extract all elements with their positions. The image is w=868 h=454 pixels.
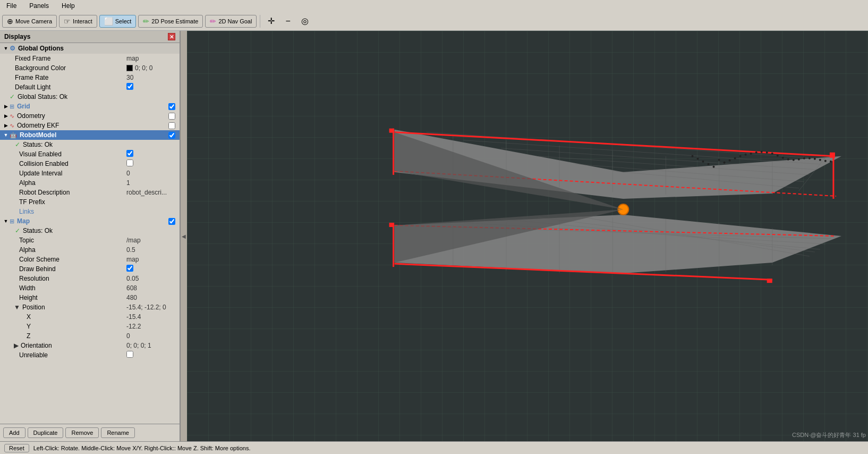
odometry-checkbox[interactable] bbox=[168, 113, 175, 120]
svg-point-48 bbox=[803, 157, 805, 159]
pos-z-value[interactable]: 0 bbox=[126, 332, 180, 340]
robot-status-check-icon: ✓ bbox=[15, 141, 20, 148]
map-alpha-label: Alpha bbox=[0, 246, 126, 254]
fixed-frame-value[interactable]: map bbox=[126, 55, 180, 62]
map-alpha-value[interactable]: 0.5 bbox=[126, 246, 180, 254]
background-color-value[interactable]: 0; 0; 0 bbox=[126, 64, 180, 72]
grid-arrow[interactable] bbox=[2, 103, 10, 110]
map-arrow[interactable] bbox=[2, 217, 10, 225]
panel-content[interactable]: ⚙ Global Options Fixed Frame map Backgro… bbox=[0, 43, 180, 424]
draw-behind-checkbox[interactable] bbox=[126, 265, 133, 272]
reset-button[interactable]: Reset bbox=[4, 444, 29, 452]
odometry-ekf-row[interactable]: ∿ Odometry EKF bbox=[0, 121, 180, 130]
global-options-arrow[interactable] bbox=[2, 45, 10, 52]
nav-goal-button[interactable]: ✏ 2D Nav Goal bbox=[205, 15, 257, 28]
displays-panel: Displays ✕ ⚙ Global Options Fixed Frame … bbox=[0, 31, 181, 441]
topic-value[interactable]: /map bbox=[126, 237, 180, 244]
pos-y-row: Y -12.2 bbox=[0, 322, 180, 331]
update-interval-row: Update Interval 0 bbox=[0, 169, 180, 178]
orientation-arrow[interactable]: ▶ bbox=[0, 342, 19, 349]
position-arrow[interactable]: ▼ bbox=[0, 304, 20, 311]
robot-model-row[interactable]: 🤖 RobotModel bbox=[0, 130, 180, 140]
resolution-row: Resolution 0.05 bbox=[0, 274, 180, 283]
unreliable-row: Unreliable bbox=[0, 350, 180, 360]
odometry-ekf-checkbox[interactable] bbox=[168, 122, 175, 129]
subtract-button[interactable]: − bbox=[281, 15, 294, 28]
global-status-row[interactable]: ✓ Global Status: Ok bbox=[0, 92, 180, 102]
select-button[interactable]: ⬜ Select bbox=[99, 15, 137, 28]
svg-point-34 bbox=[729, 159, 731, 162]
menu-panels[interactable]: Panels bbox=[25, 1, 53, 11]
odometry-ekf-label: Odometry EKF bbox=[16, 121, 168, 130]
robot-model-arrow[interactable] bbox=[2, 131, 10, 139]
statusbar-text: Left-Click: Rotate. Middle-Click: Move X… bbox=[33, 445, 864, 451]
frame-rate-value[interactable]: 30 bbox=[126, 74, 180, 81]
background-color-label: Background Color bbox=[0, 64, 126, 72]
svg-point-36 bbox=[739, 155, 742, 157]
color-scheme-value[interactable]: map bbox=[126, 256, 180, 263]
default-light-checkbox[interactable] bbox=[126, 83, 133, 90]
main-layout: Displays ✕ ⚙ Global Options Fixed Frame … bbox=[0, 31, 868, 441]
grid-row[interactable]: ⊞ Grid bbox=[0, 102, 180, 111]
grid-icon: ⊞ bbox=[10, 103, 14, 110]
global-options-header[interactable]: ⚙ Global Options bbox=[0, 43, 180, 54]
odometry-icon: ∿ bbox=[10, 113, 14, 120]
add-point-button[interactable]: ✛ bbox=[263, 14, 279, 28]
svg-point-41 bbox=[766, 152, 768, 154]
pose-estimate-button[interactable]: ✏ 2D Pose Estimate bbox=[138, 15, 203, 28]
viewport[interactable]: CSDN·@奋斗的好青年 31 fp bbox=[187, 31, 868, 441]
robot-model-checkbox[interactable] bbox=[168, 132, 175, 139]
move-camera-button[interactable]: ⊕ Move Camera bbox=[2, 15, 57, 28]
toolbar-separator bbox=[260, 15, 260, 28]
map-status-row: ✓ Status: Ok bbox=[0, 226, 180, 236]
position-value[interactable]: -15.4; -12.2; 0 bbox=[126, 304, 180, 311]
pos-x-value[interactable]: -15.4 bbox=[126, 313, 180, 321]
panel-close-button[interactable]: ✕ bbox=[168, 33, 175, 40]
collision-enabled-checkbox[interactable] bbox=[126, 159, 133, 166]
svg-point-33 bbox=[724, 162, 726, 164]
nav-icon: ✏ bbox=[210, 17, 216, 26]
grid-checkbox[interactable] bbox=[168, 103, 175, 110]
svg-point-50 bbox=[814, 158, 816, 160]
add-button[interactable]: Add bbox=[3, 427, 25, 438]
width-row: Width 608 bbox=[0, 283, 180, 293]
camera-button[interactable]: ◎ bbox=[297, 14, 313, 28]
default-light-value bbox=[126, 83, 180, 91]
svg-point-51 bbox=[819, 159, 821, 161]
duplicate-button[interactable]: Duplicate bbox=[28, 427, 64, 438]
width-label: Width bbox=[0, 284, 126, 292]
odometry-arrow[interactable] bbox=[2, 112, 10, 120]
menu-help[interactable]: Help bbox=[57, 1, 79, 11]
robot-description-value[interactable]: robot_descri... bbox=[126, 189, 180, 196]
pos-y-label: Y bbox=[0, 323, 126, 330]
visual-enabled-checkbox[interactable] bbox=[126, 150, 133, 157]
remove-button[interactable]: Remove bbox=[65, 427, 99, 438]
odometry-ekf-icon: ∿ bbox=[10, 122, 14, 129]
orientation-value[interactable]: 0; 0; 0; 1 bbox=[126, 342, 180, 349]
resolution-value[interactable]: 0.05 bbox=[126, 275, 180, 282]
height-value[interactable]: 480 bbox=[126, 294, 180, 301]
odometry-ekf-arrow[interactable] bbox=[2, 122, 10, 129]
pos-y-value[interactable]: -12.2 bbox=[126, 323, 180, 330]
links-label[interactable]: Links bbox=[0, 208, 180, 215]
panel-collapse-arrow[interactable]: ◀ bbox=[181, 31, 187, 441]
position-row: ▼ Position -15.4; -12.2; 0 bbox=[0, 302, 180, 312]
robot-model-icon: 🤖 bbox=[10, 132, 17, 139]
width-value[interactable]: 608 bbox=[126, 284, 180, 292]
robot-status-row: ✓ Status: Ok bbox=[0, 140, 180, 149]
update-interval-value[interactable]: 0 bbox=[126, 170, 180, 177]
global-status-arrow bbox=[2, 93, 10, 100]
default-light-row: Default Light bbox=[0, 82, 180, 92]
alpha-value[interactable]: 1 bbox=[126, 179, 180, 187]
svg-point-40 bbox=[761, 151, 763, 153]
unreliable-checkbox[interactable] bbox=[126, 351, 133, 358]
map-row[interactable]: ⊞ Map bbox=[0, 216, 180, 226]
map-checkbox[interactable] bbox=[168, 218, 175, 225]
svg-point-31 bbox=[713, 166, 715, 168]
menu-file[interactable]: File bbox=[2, 1, 21, 11]
odometry-row[interactable]: ∿ Odometry bbox=[0, 111, 180, 121]
interact-button[interactable]: ☞ Interact bbox=[59, 15, 97, 28]
rename-button[interactable]: Rename bbox=[101, 427, 135, 438]
pos-x-label: X bbox=[0, 313, 126, 321]
collision-enabled-row: Collision Enabled bbox=[0, 159, 180, 169]
